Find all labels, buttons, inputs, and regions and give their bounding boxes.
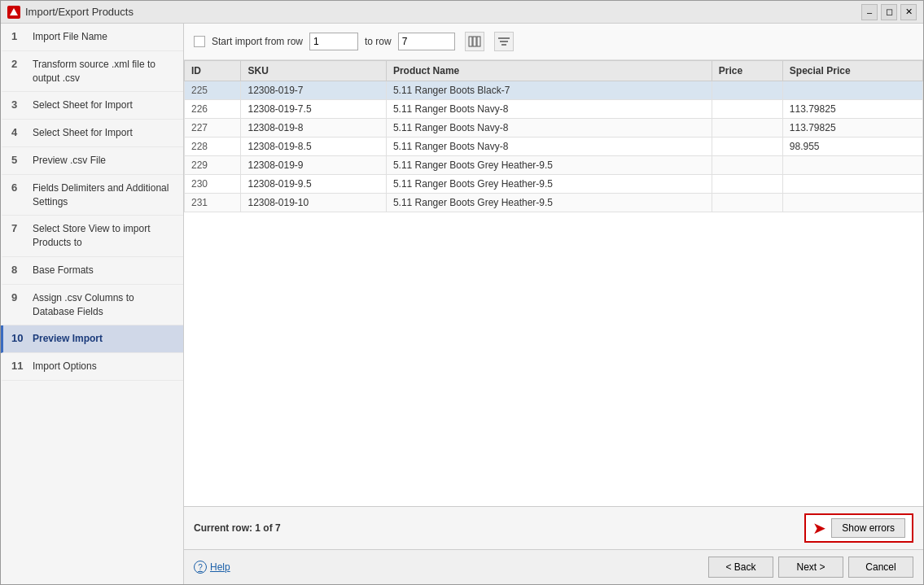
step-num-8: 8 — [11, 264, 26, 276]
step-label-1: Import File Name — [33, 30, 107, 44]
table-row: 231 12308-019-10 5.11 Ranger Boots Grey … — [185, 194, 923, 212]
filter-icon[interactable] — [494, 32, 514, 51]
sidebar-item-9[interactable]: 9 Assign .csv Columns to Database Fields — [1, 285, 183, 326]
sidebar-item-10[interactable]: 10 Preview Import — [1, 325, 183, 353]
sidebar-item-7[interactable]: 7 Select Store View to import Products t… — [1, 216, 183, 257]
cell-sku: 12308-019-8.5 — [241, 138, 386, 156]
cell-name: 5.11 Ranger Boots Navy-8 — [386, 119, 712, 138]
svg-rect-3 — [477, 37, 480, 46]
cell-special-price: 113.79825 — [782, 100, 922, 119]
window-body: 1 Import File Name 2 Transform source .x… — [1, 24, 923, 584]
start-import-label: Start import from row — [212, 36, 303, 47]
cell-special-price: 98.955 — [782, 138, 922, 156]
cell-sku: 12308-019-7.5 — [241, 100, 386, 119]
cell-id: 231 — [185, 194, 241, 212]
sidebar-item-8[interactable]: 8 Base Formats — [1, 257, 183, 285]
cell-id: 225 — [185, 81, 241, 100]
cancel-button[interactable]: Cancel — [848, 557, 913, 578]
svg-rect-1 — [469, 37, 472, 46]
title-bar: Import/Export Products – ◻ ✕ — [1, 1, 923, 24]
col-price: Price — [712, 61, 782, 81]
cell-sku: 12308-019-10 — [241, 194, 386, 212]
step-num-11: 11 — [11, 360, 26, 372]
cell-id: 226 — [185, 100, 241, 119]
to-row-label: to row — [365, 36, 392, 47]
from-row-input[interactable] — [309, 33, 358, 50]
sidebar-item-3[interactable]: 3 Select Sheet for Import — [1, 92, 183, 120]
col-sku: SKU — [241, 61, 386, 81]
current-row-label-text: Current row: — [194, 522, 255, 534]
step-num-10: 10 — [11, 332, 26, 344]
col-name: Product Name — [386, 61, 712, 81]
cell-sku: 12308-019-9.5 — [241, 175, 386, 194]
to-row-input[interactable] — [398, 33, 455, 50]
cell-price — [712, 156, 782, 175]
step-num-7: 7 — [11, 222, 26, 234]
close-button[interactable]: ✕ — [900, 4, 917, 20]
cell-price — [712, 138, 782, 156]
columns-icon[interactable] — [465, 32, 484, 51]
sidebar-item-4[interactable]: 4 Select Sheet for Import — [1, 120, 183, 147]
step-num-3: 3 — [11, 98, 26, 111]
step-label-10: Preview Import — [33, 332, 103, 346]
sidebar: 1 Import File Name 2 Transform source .x… — [1, 24, 184, 584]
back-button[interactable]: < Back — [708, 557, 773, 578]
cell-special-price: 113.79825 — [782, 119, 922, 138]
restore-button[interactable]: ◻ — [881, 4, 897, 20]
step-label-9: Assign .csv Columns to Database Fields — [33, 291, 175, 319]
main-content: Start import from row to row ID S — [184, 24, 923, 584]
step-label-5: Preview .csv File — [33, 154, 106, 168]
status-bar: Current row: 1 of 7 ➤ Show errors — [184, 506, 923, 549]
table-row: 229 12308-019-9 5.11 Ranger Boots Grey H… — [185, 156, 923, 175]
sidebar-item-1[interactable]: 1 Import File Name — [1, 24, 183, 51]
step-label-4: Select Sheet for Import — [33, 126, 133, 140]
sidebar-item-2[interactable]: 2 Transform source .xml file to output .… — [1, 51, 183, 93]
svg-rect-2 — [473, 37, 476, 46]
sidebar-item-6[interactable]: 6 Fields Delimiters and Additional Setti… — [1, 175, 183, 216]
show-errors-area: ➤ Show errors — [804, 513, 913, 543]
cell-id: 230 — [185, 175, 241, 194]
table-row: 230 12308-019-9.5 5.11 Ranger Boots Grey… — [185, 175, 923, 194]
step-label-8: Base Formats — [33, 264, 94, 277]
cell-sku: 12308-019-9 — [241, 156, 386, 175]
start-import-checkbox[interactable] — [194, 36, 205, 47]
data-table-container: ID SKU Product Name Price Special Price … — [184, 60, 923, 506]
import-table: ID SKU Product Name Price Special Price … — [184, 60, 923, 212]
step-num-2: 2 — [11, 58, 26, 70]
sidebar-item-5[interactable]: 5 Preview .csv File — [1, 147, 183, 175]
step-num-6: 6 — [11, 181, 26, 194]
cell-name: 5.11 Ranger Boots Grey Heather-9.5 — [386, 156, 712, 175]
cell-id: 229 — [185, 156, 241, 175]
cell-price — [712, 100, 782, 119]
step-num-1: 1 — [11, 30, 26, 42]
sidebar-item-11[interactable]: 11 Import Options — [1, 353, 183, 381]
title-bar-left: Import/Export Products — [7, 6, 134, 19]
minimize-button[interactable]: – — [861, 4, 878, 20]
cell-id: 227 — [185, 119, 241, 138]
table-header-row: ID SKU Product Name Price Special Price — [185, 61, 923, 81]
help-label: Help — [210, 561, 230, 573]
next-button[interactable]: Next > — [778, 557, 843, 578]
app-logo — [7, 6, 20, 19]
cell-special-price — [782, 194, 922, 212]
step-num-5: 5 — [11, 154, 26, 166]
step-label-2: Transform source .xml file to output .cs… — [33, 58, 175, 85]
show-errors-button[interactable]: Show errors — [831, 518, 905, 538]
col-id: ID — [185, 61, 241, 81]
cell-special-price — [782, 81, 922, 100]
top-controls: Start import from row to row — [184, 24, 923, 60]
help-link[interactable]: ? Help — [194, 561, 230, 574]
table-row: 228 12308-019-8.5 5.11 Ranger Boots Navy… — [185, 138, 923, 156]
cell-sku: 12308-019-8 — [241, 119, 386, 138]
cell-name: 5.11 Ranger Boots Grey Heather-9.5 — [386, 175, 712, 194]
step-label-7: Select Store View to import Products to — [33, 222, 175, 250]
cell-price — [712, 194, 782, 212]
help-icon: ? — [194, 561, 207, 574]
current-row-value: 1 of 7 — [255, 522, 280, 534]
cell-price — [712, 81, 782, 100]
step-label-3: Select Sheet for Import — [33, 98, 133, 112]
footer: ? Help < Back Next > Cancel — [184, 549, 923, 584]
svg-marker-0 — [10, 8, 18, 15]
table-row: 227 12308-019-8 5.11 Ranger Boots Navy-8… — [185, 119, 923, 138]
step-label-11: Import Options — [33, 360, 97, 373]
